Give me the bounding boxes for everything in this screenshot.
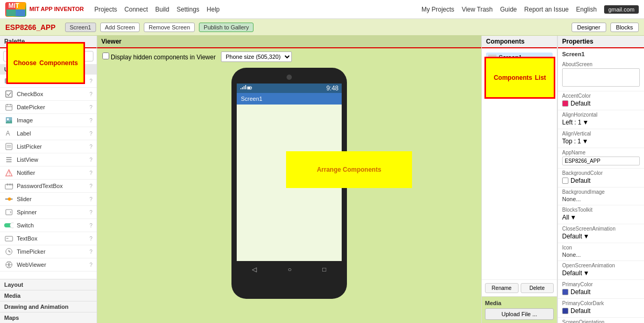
checkbox-help-icon[interactable]: ? [89,91,92,97]
svg-line-34 [9,252,10,252]
spinner-help-icon[interactable]: ? [89,210,92,215]
label-help-icon[interactable]: ? [89,131,92,137]
rename-button[interactable]: Rename [485,283,519,293]
my-projects-link[interactable]: My Projects [421,6,455,13]
switch-help-icon[interactable]: ? [89,223,92,228]
image-help-icon[interactable]: ? [89,118,92,123]
add-screen-button[interactable]: Add Screen [100,23,140,32]
logo-area: MIT MIT APP INVENTOR [5,2,84,17]
bg-image-value[interactable]: None... [562,196,640,202]
bg-image-property: BackgroundImage None... [558,187,644,205]
screen-orientation-label: ScreenOrientation [562,319,640,323]
slider-help-icon[interactable]: ? [89,196,92,202]
textbox-help-icon[interactable]: ? [89,236,92,242]
hidden-components-checkbox[interactable] [102,53,109,59]
list-item[interactable]: Slider ? [0,193,97,206]
listpicker-help-icon[interactable]: ? [89,144,92,150]
nav-settings[interactable]: Settings [176,6,199,13]
webviewer-help-icon[interactable]: ? [89,262,92,268]
list-item[interactable]: Image ? [0,114,97,127]
button-help-icon[interactable]: ? [89,78,92,84]
svg-rect-8 [6,105,12,110]
list-item[interactable]: *** PasswordTextBox ? [0,180,97,193]
drawing-section[interactable]: Drawing and Animation [0,301,97,312]
svg-text:!: ! [8,170,10,176]
icon-value[interactable]: None... [562,252,640,258]
list-item[interactable]: Spinner ? [0,206,97,219]
list-item[interactable]: TimePicker ? [0,245,97,258]
nav-connect[interactable]: Connect [124,6,148,13]
list-item[interactable]: CheckBox ? [0,88,97,101]
media-section[interactable]: Media [0,290,97,301]
about-screen-input[interactable] [562,68,640,87]
list-item[interactable]: WebViewer ? [0,258,97,272]
svg-rect-3 [16,9,25,16]
publish-button[interactable]: Publish to Gallery [199,23,254,32]
primary-dark-value[interactable]: Default [562,307,640,315]
svg-rect-15 [6,143,12,150]
primary-color-value[interactable]: Default [562,288,640,296]
upload-file-button[interactable]: Upload File ... [485,308,554,320]
back-icon: ◁ [252,266,257,273]
report-issue-link[interactable]: Report an Issue [524,6,569,13]
list-item[interactable]: ListPicker ? [0,140,97,153]
phone-size-select[interactable]: Phone size (505,320) [221,51,292,62]
list-item[interactable]: DatePicker ? [0,101,97,114]
accent-color-swatch [562,100,568,107]
primary-dark-label: PrimaryColorDark [562,300,640,306]
guide-link[interactable]: Guide [500,6,517,13]
close-anim-label: CloseScreenAnimation [562,226,640,232]
layout-section[interactable]: Layout [0,279,97,290]
close-anim-dropdown[interactable]: Default ▼ [562,233,640,240]
blocks-button[interactable]: Blocks [610,23,639,32]
bg-color-value[interactable]: Default [562,177,640,184]
app-name-input[interactable] [562,157,640,165]
timepicker-help-icon[interactable]: ? [89,249,92,255]
passwordtextbox-help-icon[interactable]: ? [89,183,92,189]
nav-right: My Projects View Trash Guide Report an I… [421,5,639,14]
app-name-property: AppName [558,148,644,169]
align-vertical-arrow: ▼ [582,138,588,145]
textbox-label: TextBox [17,235,89,242]
webviewer-label: WebViewer [17,262,89,268]
open-anim-dropdown[interactable]: Default ▼ [562,269,640,277]
designer-button[interactable]: Designer [572,23,606,32]
properties-screen-name: Screen1 [558,48,644,60]
list-item[interactable]: A Label ? [0,127,97,140]
app-name-label: AppName [562,150,640,155]
align-horizontal-dropdown[interactable]: Left : 1 ▼ [562,119,640,126]
accent-color-value[interactable]: Default [562,100,640,107]
svg-text:***: *** [6,182,13,190]
hidden-components-label[interactable]: Display hidden components in Viewer [102,53,216,61]
nav-build[interactable]: Build [155,6,170,13]
english-menu[interactable]: English [576,6,597,13]
list-item[interactable]: ! Notifier ? [0,166,97,180]
list-item[interactable]: TextBox ? [0,232,97,245]
view-trash-link[interactable]: View Trash [462,6,493,13]
user-email[interactable]: gmail.com [604,5,639,14]
maps-section[interactable]: Maps [0,312,97,323]
phone-status-bar: 9:48 [237,84,342,93]
listview-help-icon[interactable]: ? [89,157,92,163]
image-label: Image [17,117,89,123]
list-item[interactable]: ListView ? [0,153,97,166]
viewer-panel: Viewer Display hidden components in View… [97,36,481,323]
components-panel: Components Components List Screen1 Renam… [481,36,557,323]
align-vertical-dropdown[interactable]: Top : 1 ▼ [562,138,640,145]
home-icon: ○ [288,266,291,273]
slider-label: Slider [17,196,89,202]
datepicker-help-icon[interactable]: ? [89,105,92,110]
list-item[interactable]: Switch ? [0,219,97,232]
nav-help[interactable]: Help [207,6,220,13]
remove-screen-button[interactable]: Remove Screen [144,23,195,32]
notifier-help-icon[interactable]: ? [89,170,92,176]
viewer-header: Viewer [97,36,481,48]
delete-button[interactable]: Delete [521,283,554,293]
svg-rect-39 [251,87,252,88]
accent-color-label: AccentColor [562,93,640,99]
nav-projects[interactable]: Projects [94,6,117,13]
screen1-button[interactable]: Screen1 [65,23,96,32]
mit-logo: MIT [5,2,26,17]
properties-header: Properties [558,36,644,48]
blocks-toolkit-dropdown[interactable]: All ▼ [562,214,640,221]
